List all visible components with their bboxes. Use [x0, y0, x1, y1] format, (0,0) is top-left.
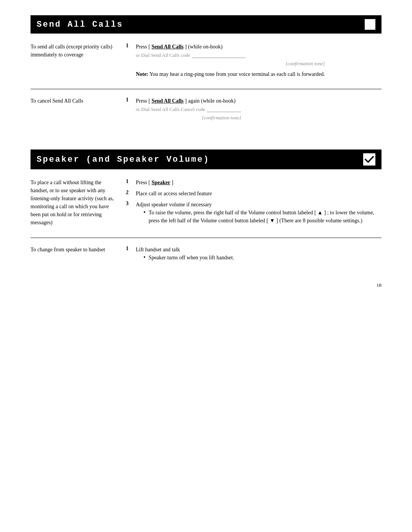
- speaker-step-3: 3 Adjust speaker volume if necessary To …: [126, 201, 381, 227]
- send-all-calls-instructions-2: 1 Press [ Send All Calls ] again (while …: [126, 97, 381, 127]
- send-all-calls-section: Send All Calls To send all calls (except…: [31, 15, 381, 127]
- note-block: Note: You may hear a ring-ping tone from…: [136, 70, 325, 78]
- section-divider-2: [31, 238, 381, 238]
- send-all-calls-title: Send All Calls: [37, 20, 123, 29]
- speaker-header: Speaker (and Speaker Volume): [31, 149, 381, 169]
- step-number: 1: [126, 43, 132, 78]
- send-all-calls-key: Send All Calls: [151, 44, 183, 50]
- speaker-step-num-1: 1: [126, 178, 132, 186]
- step-text-prefix: Press [: [136, 44, 151, 50]
- speaker-instructions-2: 1 Lift handset and talk Speaker turns of…: [126, 246, 381, 267]
- speaker-step-content-2: Place call or access selected feature: [136, 190, 212, 198]
- speaker-key: Speaker: [151, 180, 170, 185]
- speaker-off-text: Speaker turns off when you lift handset.: [149, 254, 234, 262]
- step-text-prefix-2: Press [: [136, 98, 151, 104]
- send-all-calls-header: Send All Calls: [31, 15, 381, 34]
- bracket-close: ]: [170, 180, 173, 185]
- step-text-suffix-2: ] again (while on-hook): [183, 98, 235, 104]
- handset-bullet-list: Speaker turns off when you lift handset.: [136, 254, 234, 262]
- lift-handset-text: Lift handset and talk: [136, 247, 180, 252]
- volume-bullet-text: To raise the volume, press the right hal…: [149, 209, 381, 225]
- send-all-calls-step-2: 1 Press [ Send All Calls ] again (while …: [126, 97, 381, 124]
- step-content: Press [ Send All Calls ] (while on-hook)…: [136, 43, 325, 78]
- send-all-calls-desc-1: To send all calls (except priority calls…: [31, 43, 114, 81]
- solid-square-icon: [365, 19, 375, 30]
- dial-line-2: or Dial Send All Calls Cancel code: [136, 106, 241, 113]
- send-all-calls-step-1: 1 Press [ Send All Calls ] (while on-hoo…: [126, 43, 381, 78]
- step-text-suffix: ] (while on-hook): [183, 44, 222, 50]
- note-label: Note:: [136, 71, 148, 77]
- step-number-2: 1: [126, 97, 132, 124]
- page-number: 18: [31, 282, 381, 288]
- speaker-step-content-3: Adjust speaker volume if necessary To ra…: [136, 201, 381, 227]
- checkmark-svg: [364, 154, 375, 165]
- dial-code-field: [192, 53, 245, 58]
- speaker-change-step-content-1: Lift handset and talk Speaker turns off …: [136, 246, 234, 264]
- press-text: Press [: [136, 180, 151, 185]
- checkmark-icon: [363, 153, 375, 166]
- volume-bullet-list: To raise the volume, press the right hal…: [136, 209, 381, 225]
- speaker-row-2: To change from speaker to handset 1 Lift…: [31, 246, 381, 267]
- send-all-calls-row-1: To send all calls (except priority calls…: [31, 43, 381, 81]
- speaker-title: Speaker (and Speaker Volume): [37, 155, 210, 164]
- confirmation-tone-1: [confirmation tone]: [136, 60, 325, 68]
- dial-line-text: or Dial Send All Calls code: [136, 51, 190, 59]
- speaker-change-step-num-1: 1: [126, 246, 132, 264]
- send-all-calls-key-2: Send All Calls: [151, 98, 183, 104]
- send-all-calls-desc-2: To cancel Send All Calls: [31, 97, 114, 127]
- speaker-step-num-2: 2: [126, 190, 132, 198]
- confirmation-tone-2: [confirmation tone]: [136, 114, 241, 122]
- speaker-step-2: 2 Place call or access selected feature: [126, 190, 381, 198]
- speaker-desc-1: To place a call without lifting the hand…: [31, 178, 114, 230]
- dial-line: or Dial Send All Calls code: [136, 51, 325, 59]
- handset-bullet-item: Speaker turns off when you lift handset.: [143, 254, 234, 262]
- speaker-instructions-1: 1 Press [ Speaker ] 2 Place call or acce…: [126, 178, 381, 230]
- speaker-change-step-1: 1 Lift handset and talk Speaker turns of…: [126, 246, 381, 264]
- speaker-step-num-3: 3: [126, 201, 132, 227]
- speaker-step-1: 1 Press [ Speaker ]: [126, 178, 381, 186]
- place-call-text: Place call or access selected feature: [136, 191, 212, 196]
- send-all-calls-instructions-1: 1 Press [ Send All Calls ] (while on-hoo…: [126, 43, 381, 81]
- speaker-row-1: To place a call without lifting the hand…: [31, 178, 381, 230]
- note-text: You may hear a ring-ping tone from your …: [150, 71, 325, 77]
- speaker-step-content-1: Press [ Speaker ]: [136, 178, 173, 186]
- adjust-text: Adjust speaker volume if necessary: [136, 202, 212, 207]
- speaker-section: Speaker (and Speaker Volume) To place a …: [31, 149, 381, 267]
- dial-line-text-2: or Dial Send All Calls Cancel code: [136, 106, 205, 113]
- send-all-calls-row-2: To cancel Send All Calls 1 Press [ Send …: [31, 97, 381, 127]
- dial-code-field-2: [207, 107, 241, 112]
- speaker-desc-2: To change from speaker to handset: [31, 246, 114, 267]
- volume-bullet-item: To raise the volume, press the right hal…: [143, 209, 381, 225]
- step-content-2: Press [ Send All Calls ] again (while on…: [136, 97, 241, 124]
- section-divider-1: [31, 89, 381, 89]
